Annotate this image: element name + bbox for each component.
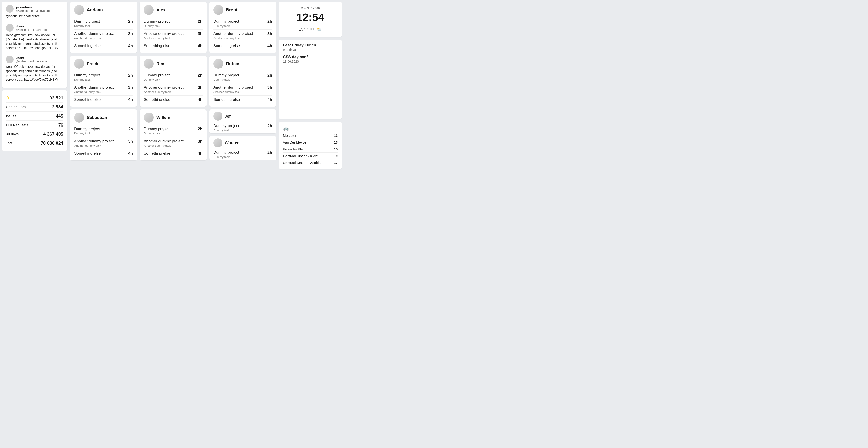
avatar <box>6 24 13 32</box>
task-row: Dummy project Dummy task 2h <box>213 71 272 83</box>
event: CSS day conf11.06.2020 <box>283 55 338 63</box>
task-hours: 2h <box>268 150 272 155</box>
task-subtitle: Dummy task <box>213 78 239 82</box>
task-title: Dummy project <box>144 127 169 131</box>
right-column: MON 27/04 12:54 19° OUT ⛅ Last Friday Lu… <box>279 2 342 169</box>
task-title: Another dummy project <box>74 85 114 90</box>
task-row: Something else 4h <box>144 149 203 158</box>
tweet: Joris @jorisnoo – 4 days ago Dear @freek… <box>6 24 63 53</box>
clock-weather: 19° OUT ⛅ <box>282 27 339 32</box>
stat-label: ✨ <box>6 96 10 100</box>
task-title: Dummy project <box>74 19 100 24</box>
event-subtitle: 11.06.2020 <box>283 60 338 63</box>
stat-row: Issues445 <box>6 111 63 121</box>
task-subtitle: Another dummy task <box>74 36 114 40</box>
task-row: Dummy project Dummy task 2h <box>213 17 272 29</box>
task-title: Something else <box>144 97 170 102</box>
weather-icon: ⛅ <box>317 27 322 32</box>
clock-out-label: OUT <box>307 27 315 31</box>
tweet-author: jarenduren <box>16 5 51 9</box>
task-hours: 2h <box>198 127 203 132</box>
task-hours: 4h <box>128 44 133 49</box>
task-subtitle: Dummy task <box>74 78 100 82</box>
velo-station: Centraal Station - Astrid 2 <box>283 161 322 165</box>
task-row: Something else 4h <box>213 41 272 50</box>
tweet-author: Joris <box>16 56 47 60</box>
task-subtitle: Dummy task <box>144 132 169 135</box>
stat-label: Contributors <box>6 105 26 109</box>
person-name: Jef <box>225 114 230 119</box>
task-row: Another dummy project Another dummy task… <box>144 29 203 41</box>
task-title: Dummy project <box>213 19 239 24</box>
task-row: Another dummy project Another dummy task… <box>144 83 203 95</box>
stat-value: 93 521 <box>50 95 63 101</box>
task-title: Something else <box>144 44 170 48</box>
velo-row: Centraal Station / Kievit9 <box>283 153 338 159</box>
task-subtitle: Another dummy task <box>74 144 114 148</box>
person-card: Brent Dummy project Dummy task 2h Anothe… <box>209 2 276 53</box>
velo-row: Mercator13 <box>283 132 338 139</box>
tweets-card: jarenduren @jarenduren – 3 days ago @spa… <box>2 2 67 88</box>
task-row: Something else 4h <box>213 95 272 104</box>
tweet-meta: @jorisnoo – 4 days ago <box>16 28 47 31</box>
task-title: Another dummy project <box>213 31 253 36</box>
avatar <box>74 59 84 69</box>
stat-value: 4 367 405 <box>43 132 63 137</box>
task-row: Dummy project Dummy task 2h <box>74 71 133 83</box>
velo-card: 🚲Mercator13Van Der Meyden13Premetro Plan… <box>279 122 342 169</box>
task-subtitle: Another dummy task <box>213 90 253 94</box>
task-row: Dummy project Dummy task 2h <box>144 71 203 83</box>
velo-count: 15 <box>334 147 338 151</box>
avatar <box>74 5 84 15</box>
task-row: Another dummy project Another dummy task… <box>74 29 133 41</box>
task-hours: 3h <box>268 31 272 36</box>
task-row: Something else 4h <box>74 95 133 104</box>
person-name: Brent <box>226 7 237 12</box>
avatar <box>213 111 222 121</box>
task-title: Dummy project <box>213 150 239 155</box>
task-hours: 3h <box>198 85 203 90</box>
clock-card: MON 27/04 12:54 19° OUT ⛅ <box>279 2 342 37</box>
velo-station: Centraal Station / Kievit <box>283 154 318 158</box>
task-hours: 4h <box>128 97 133 102</box>
avatar <box>144 113 154 123</box>
person-card-mini: Wouter Dummy project Dummy task 2h <box>209 136 276 160</box>
task-row: Dummy project Dummy task 2h <box>144 125 203 137</box>
task-subtitle: Dummy task <box>74 132 100 135</box>
task-hours: 2h <box>128 127 133 132</box>
tweet: jarenduren @jarenduren – 3 days ago @spa… <box>6 5 63 21</box>
velo-count: 9 <box>336 154 338 158</box>
people-column-3: Brent Dummy project Dummy task 2h Anothe… <box>209 2 276 169</box>
task-title: Something else <box>213 97 240 102</box>
tweet-author: Joris <box>16 24 47 28</box>
velo-row: Centraal Station - Astrid 217 <box>283 159 338 166</box>
task-row: Another dummy project Another dummy task… <box>74 83 133 95</box>
stat-row: 30 days4 367 405 <box>6 130 63 139</box>
task-title: Dummy project <box>144 73 169 77</box>
person-name: Adriaan <box>87 7 103 12</box>
task-hours: 4h <box>128 151 133 156</box>
avatar <box>6 56 13 63</box>
person-card: Willem Dummy project Dummy task 2h Anoth… <box>140 109 207 160</box>
task-hours: 3h <box>198 31 203 36</box>
tweet: Joris @jorisnoo – 4 days ago Dear @freek… <box>6 56 63 85</box>
stat-row: ✨93 521 <box>6 94 63 103</box>
stat-label: Total <box>6 141 13 145</box>
clock-date: MON 27/04 <box>282 6 339 10</box>
task-title: Another dummy project <box>213 85 253 90</box>
task-row: Another dummy project Another dummy task… <box>74 137 133 149</box>
person-name: Sebastian <box>87 115 107 120</box>
event-title: Last Friday Lunch <box>283 43 338 47</box>
task-title: Something else <box>213 44 240 48</box>
tweet-body: Dear @freekmurze, how do you (or @spatie… <box>6 65 63 82</box>
tweet-meta: @jarenduren – 3 days ago <box>16 9 51 12</box>
task-subtitle: Dummy task <box>213 24 239 28</box>
clock-time: 12:54 <box>282 11 339 24</box>
avatar <box>144 59 154 69</box>
person-name: Ruben <box>226 61 239 66</box>
stat-value: 76 <box>58 123 63 128</box>
task-title: Dummy project <box>144 19 169 24</box>
task-hours: 4h <box>198 97 203 102</box>
task-hours: 2h <box>268 73 272 78</box>
task-title: Another dummy project <box>144 31 184 36</box>
